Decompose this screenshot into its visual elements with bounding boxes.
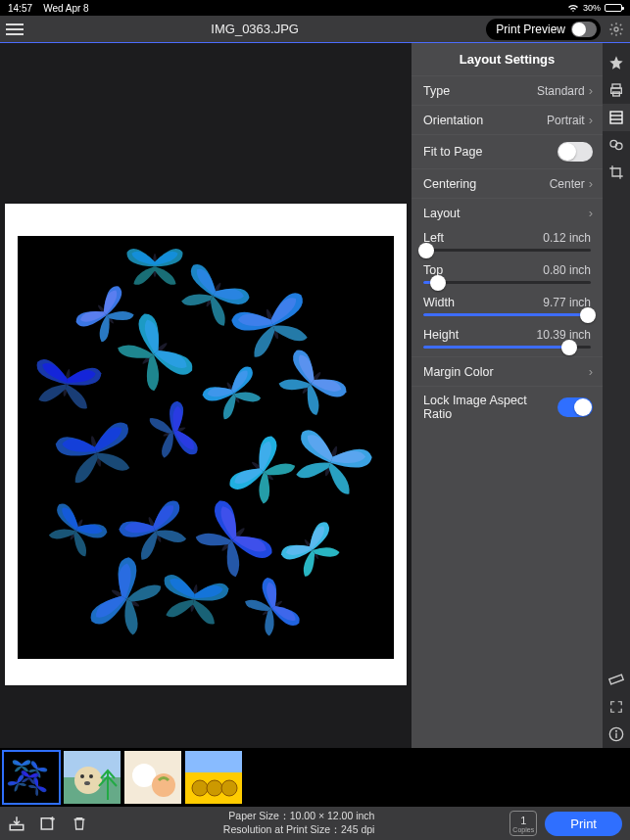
height-label: Height	[423, 328, 459, 342]
svg-point-39	[89, 774, 93, 778]
tool-rail	[603, 43, 630, 748]
svg-point-37	[74, 767, 102, 794]
image-preview[interactable]	[18, 236, 394, 659]
thumbnail-1[interactable]	[3, 751, 60, 804]
paper-size-text: Paper Size：10.00 × 12.00 inch	[223, 810, 375, 823]
layout-icon[interactable]	[603, 104, 630, 131]
status-right: 30%	[567, 3, 622, 13]
settings-panel: Layout Settings Type Standard › Orientat…	[412, 43, 630, 748]
svg-point-40	[84, 781, 90, 785]
thumbnail-4[interactable]	[185, 751, 242, 804]
layout-label: Layout	[423, 207, 460, 220]
slider-width[interactable]: Width 9.77 inch	[412, 292, 603, 324]
svg-point-30	[615, 730, 617, 732]
chevron-right-icon: ›	[589, 364, 593, 379]
print-icon[interactable]	[603, 76, 630, 104]
document-title: IMG_0363.JPG	[211, 22, 299, 36]
battery-icon	[605, 4, 622, 12]
status-time: 14:57	[8, 3, 32, 14]
centering-label: Centering	[423, 177, 476, 191]
svg-point-44	[207, 780, 222, 796]
svg-rect-31	[615, 733, 616, 738]
menu-button[interactable]	[6, 23, 24, 35]
margin-color-label: Margin Color	[423, 365, 494, 379]
svg-rect-23	[610, 112, 622, 123]
copies-count: 1	[520, 815, 526, 826]
paper-info: Paper Size：10.00 × 12.00 inch Resolution…	[223, 810, 375, 836]
crop-icon[interactable]	[603, 159, 630, 186]
resolution-text: Resolution at Print Size：245 dpi	[223, 823, 375, 837]
status-left: 14:57 Wed Apr 8	[8, 3, 89, 14]
svg-point-38	[80, 774, 84, 778]
chevron-right-icon: ›	[589, 206, 593, 220]
left-value: 0.12 inch	[543, 231, 591, 245]
lock-aspect-label: Lock Image Aspect Ratio	[423, 394, 557, 421]
svg-rect-28	[609, 675, 623, 684]
expand-icon[interactable]	[603, 693, 630, 721]
slider-height[interactable]: Height 10.39 inch	[412, 324, 603, 356]
type-label: Type	[423, 84, 450, 98]
lock-aspect-toggle[interactable]	[557, 397, 593, 417]
type-value: Standard	[537, 84, 585, 98]
bottom-bar: Paper Size：10.00 × 12.00 inch Resolution…	[0, 807, 630, 840]
orientation-value: Portrait	[547, 114, 585, 127]
add-image-icon[interactable]	[39, 815, 57, 832]
centering-value: Center	[550, 177, 585, 191]
svg-point-0	[614, 27, 618, 31]
row-fit-to-page: Fit to Page	[412, 134, 603, 168]
info-icon[interactable]	[603, 721, 630, 748]
svg-point-43	[192, 780, 208, 796]
copies-stepper[interactable]: 1 Copies	[509, 811, 537, 836]
print-preview-label: Print Preview	[496, 23, 565, 36]
status-date: Wed Apr 8	[43, 3, 89, 14]
width-slider-track[interactable]	[423, 313, 591, 316]
battery-percent: 30%	[583, 3, 601, 13]
star-icon[interactable]	[603, 49, 630, 76]
import-icon[interactable]	[8, 815, 25, 832]
thumbnail-2[interactable]	[64, 751, 121, 804]
width-label: Width	[423, 296, 455, 309]
copies-label: Copies	[512, 826, 534, 833]
trash-icon[interactable]	[71, 815, 88, 832]
fit-label: Fit to Page	[423, 145, 482, 159]
ruler-icon[interactable]	[603, 666, 630, 693]
thumbnail-3[interactable]	[124, 751, 181, 804]
orientation-label: Orientation	[423, 114, 483, 127]
row-centering[interactable]: Centering Center ›	[412, 168, 603, 198]
left-slider-track[interactable]	[423, 249, 591, 252]
slider-top[interactable]: Top 0.80 inch	[412, 259, 603, 292]
svg-point-27	[615, 143, 622, 150]
height-slider-track[interactable]	[423, 346, 591, 349]
svg-rect-46	[10, 825, 24, 830]
chevron-right-icon: ›	[589, 113, 593, 127]
chevron-right-icon: ›	[589, 176, 593, 191]
paper-preview	[5, 204, 407, 685]
row-layout[interactable]: Layout ›	[412, 198, 603, 227]
print-preview-toggle[interactable]: Print Preview	[486, 19, 601, 40]
chevron-right-icon: ›	[589, 83, 593, 98]
row-orientation[interactable]: Orientation Portrait ›	[412, 105, 603, 134]
print-preview-switch[interactable]	[571, 22, 597, 37]
gear-icon[interactable]	[608, 22, 624, 37]
panel-title: Layout Settings	[412, 43, 603, 75]
row-type[interactable]: Type Standard ›	[412, 75, 603, 105]
print-button[interactable]: Print	[545, 812, 622, 836]
adjust-icon[interactable]	[603, 131, 630, 159]
row-margin-color[interactable]: Margin Color ›	[412, 356, 603, 386]
wifi-icon	[567, 4, 579, 13]
svg-rect-47	[41, 818, 52, 829]
fit-to-page-toggle[interactable]	[557, 142, 593, 162]
thumbnail-strip	[0, 748, 630, 807]
svg-point-45	[221, 780, 237, 796]
row-lock-aspect: Lock Image Aspect Ratio	[412, 386, 603, 428]
status-bar: 14:57 Wed Apr 8 30%	[0, 0, 630, 16]
top-slider-track[interactable]	[423, 281, 591, 284]
top-value: 0.80 inch	[543, 263, 591, 277]
app-bar: IMG_0363.JPG Print Preview	[0, 16, 630, 43]
slider-left[interactable]: Left 0.12 inch	[412, 227, 603, 259]
preview-area	[0, 43, 412, 748]
